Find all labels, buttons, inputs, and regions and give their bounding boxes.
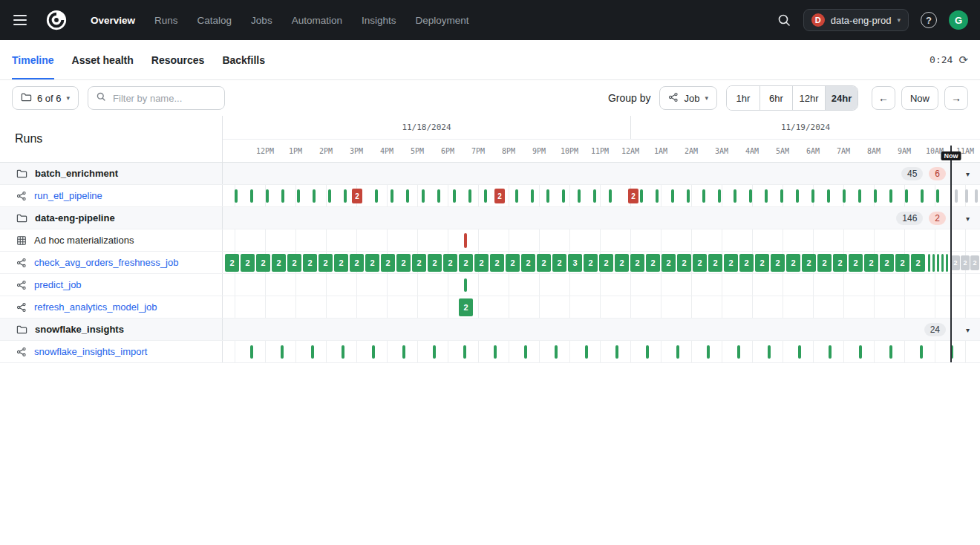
range-12hr[interactable]: 12hr xyxy=(792,86,825,110)
run-marker[interactable]: 2 xyxy=(287,254,301,272)
run-marker[interactable]: 2 xyxy=(381,254,395,272)
run-marker[interactable] xyxy=(707,345,710,359)
job-link[interactable]: check_avg_orders_freshness_job xyxy=(34,257,178,268)
run-marker[interactable]: 2 xyxy=(552,254,566,272)
run-marker[interactable] xyxy=(494,345,497,359)
run-marker[interactable] xyxy=(737,345,740,359)
run-marker[interactable] xyxy=(266,189,269,203)
run-marker[interactable] xyxy=(235,189,238,203)
run-marker[interactable] xyxy=(765,189,768,203)
run-marker[interactable] xyxy=(464,278,467,292)
run-marker[interactable]: 2 xyxy=(459,298,473,316)
run-marker[interactable] xyxy=(297,189,300,203)
run-marker[interactable]: 2 xyxy=(241,254,255,272)
run-marker[interactable]: 2 xyxy=(396,254,411,272)
run-marker[interactable]: 2 xyxy=(646,254,660,272)
run-marker[interactable]: 2 xyxy=(303,254,317,272)
avatar[interactable]: G xyxy=(949,10,968,30)
nav-item-deployment[interactable]: Deployment xyxy=(415,15,468,26)
run-marker[interactable]: 2 xyxy=(708,254,722,272)
nav-item-runs[interactable]: Runs xyxy=(154,15,178,26)
run-marker[interactable] xyxy=(609,189,612,203)
tab-resources[interactable]: Resources xyxy=(151,40,205,79)
run-marker[interactable] xyxy=(281,189,284,203)
job-link[interactable]: run_etl_pipeline xyxy=(34,190,102,201)
failed-run-marker[interactable]: 2 xyxy=(352,189,362,203)
search-icon[interactable] xyxy=(777,13,791,27)
run-marker[interactable]: 2 xyxy=(443,254,457,272)
run-marker[interactable]: 2 xyxy=(365,254,379,272)
job-link[interactable]: predict_job xyxy=(34,279,82,290)
run-marker[interactable] xyxy=(402,345,405,359)
run-marker[interactable]: 2 xyxy=(615,254,629,272)
nav-item-catalog[interactable]: Catalog xyxy=(197,15,232,26)
run-marker[interactable]: 2 xyxy=(849,254,863,272)
menu-icon[interactable] xyxy=(12,10,31,30)
tab-asset-health[interactable]: Asset health xyxy=(72,40,134,79)
help-icon[interactable]: ? xyxy=(921,12,937,28)
run-marker[interactable]: 2 xyxy=(817,254,832,272)
run-marker[interactable]: 2 xyxy=(864,254,878,272)
run-marker[interactable]: 2 xyxy=(272,254,286,272)
run-marker[interactable] xyxy=(524,345,527,359)
run-marker[interactable] xyxy=(281,345,284,359)
run-marker[interactable] xyxy=(843,189,846,203)
job-link[interactable]: snowflake_insights_import xyxy=(34,346,147,357)
deployment-switcher[interactable]: D data-eng-prod ▾ xyxy=(803,9,909,31)
failed-run-marker[interactable]: 2 xyxy=(628,189,638,203)
run-marker[interactable]: 2 xyxy=(474,254,489,272)
run-marker[interactable] xyxy=(555,345,558,359)
run-marker[interactable]: 2 xyxy=(630,254,644,272)
run-marker[interactable] xyxy=(920,345,923,359)
run-marker[interactable]: 2 xyxy=(802,254,816,272)
run-marker[interactable] xyxy=(859,345,862,359)
run-marker[interactable] xyxy=(562,189,565,203)
run-marker[interactable] xyxy=(531,189,534,203)
run-marker[interactable] xyxy=(406,189,409,203)
run-marker[interactable]: 2 xyxy=(880,254,894,272)
tab-backfills[interactable]: Backfills xyxy=(222,40,265,79)
run-marker[interactable] xyxy=(578,189,581,203)
run-marker[interactable] xyxy=(936,189,939,203)
run-marker[interactable] xyxy=(932,254,935,272)
failed-run-marker[interactable]: 2 xyxy=(494,189,505,203)
run-marker[interactable]: 2 xyxy=(911,254,925,272)
run-marker[interactable]: 2 xyxy=(459,254,473,272)
jump-to-now-button[interactable]: Now xyxy=(901,86,938,110)
run-marker[interactable] xyxy=(313,189,316,203)
run-marker[interactable] xyxy=(640,189,643,203)
run-marker[interactable]: 2 xyxy=(584,254,598,272)
tab-timeline[interactable]: Timeline xyxy=(12,40,54,79)
timeline-row-batch-enrichment[interactable]: batch_enrichment456▾ xyxy=(0,163,980,185)
run-marker[interactable] xyxy=(718,189,721,203)
run-marker[interactable]: 2 xyxy=(755,254,769,272)
expand-caret-icon[interactable]: ▾ xyxy=(966,325,970,333)
queued-run-marker[interactable]: 2 xyxy=(961,255,970,270)
queued-run-marker[interactable] xyxy=(975,189,978,203)
run-marker[interactable] xyxy=(941,254,944,272)
expand-caret-icon[interactable]: ▾ xyxy=(966,169,970,177)
run-marker[interactable] xyxy=(905,189,908,203)
run-marker[interactable] xyxy=(702,189,705,203)
range-1hr[interactable]: 1hr xyxy=(727,86,760,110)
run-marker[interactable] xyxy=(311,345,314,359)
run-marker[interactable] xyxy=(889,345,892,359)
timeline-row-data-eng-pipeline[interactable]: data-eng-pipeline1462▾ xyxy=(0,207,980,229)
run-marker[interactable] xyxy=(780,189,783,203)
run-marker[interactable]: 2 xyxy=(677,254,691,272)
run-marker[interactable] xyxy=(656,189,659,203)
run-marker[interactable] xyxy=(250,189,253,203)
timeline-back-button[interactable]: ← xyxy=(872,86,895,110)
run-marker[interactable] xyxy=(328,189,331,203)
run-marker[interactable] xyxy=(796,189,799,203)
run-marker[interactable] xyxy=(798,345,801,359)
run-marker[interactable] xyxy=(874,189,877,203)
run-marker[interactable] xyxy=(858,189,861,203)
nav-item-jobs[interactable]: Jobs xyxy=(251,15,272,26)
queued-run-marker[interactable] xyxy=(965,189,968,203)
run-marker[interactable] xyxy=(375,189,378,203)
run-marker[interactable] xyxy=(422,189,425,203)
run-marker[interactable] xyxy=(671,189,674,203)
run-marker[interactable] xyxy=(921,189,924,203)
run-marker[interactable] xyxy=(928,254,930,272)
